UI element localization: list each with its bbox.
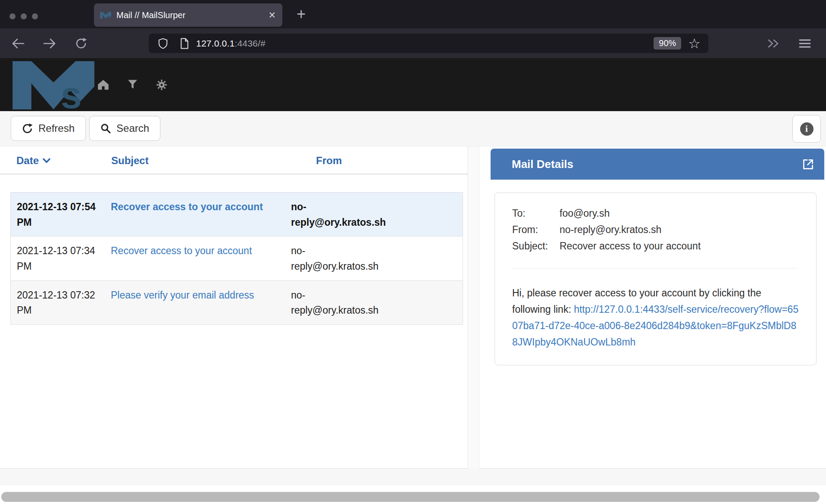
refresh-icon — [22, 123, 33, 134]
subject-link[interactable]: Recover access to your account — [111, 245, 252, 256]
card-divider — [512, 268, 799, 268]
table-row[interactable]: 2021-12-13 07:32 PM Please verify your e… — [11, 281, 463, 324]
refresh-label: Refresh — [38, 122, 75, 134]
open-external-icon[interactable] — [802, 159, 814, 170]
from-cell: no-reply@ory.kratos.sh — [285, 236, 384, 280]
back-button[interactable] — [10, 36, 26, 51]
to-label: To: — [512, 205, 560, 221]
tab-title: Mail // MailSlurper — [116, 10, 269, 20]
date-cell: 2021-12-13 07:32 PM — [11, 281, 105, 324]
new-tab-button[interactable]: + — [297, 5, 306, 23]
window-control-dot[interactable] — [21, 13, 27, 19]
window-control-dot[interactable] — [9, 13, 16, 19]
mail-list-header: Date Subject From — [0, 149, 468, 174]
subject-label: Subject: — [512, 238, 560, 254]
search-label: Search — [116, 122, 149, 134]
date-cell: 2021-12-13 07:54 PM — [11, 193, 105, 236]
mail-body: Hi, please recover access to your accoun… — [512, 285, 799, 350]
footer-band — [0, 469, 826, 485]
forward-button[interactable] — [42, 36, 57, 51]
url-host: 127.0.0.1 — [196, 38, 235, 48]
bookmark-star-button[interactable]: ☆ — [688, 37, 701, 50]
url-text[interactable]: 127.0.0.1:4436/# — [196, 38, 266, 49]
svg-text:s: s — [106, 13, 110, 19]
filter-button[interactable] — [128, 80, 137, 90]
horizontal-scrollbar[interactable] — [0, 485, 826, 504]
mail-list-body: 2021-12-13 07:54 PM Recover access to yo… — [10, 192, 463, 325]
mail-list-panel: Date Subject From 2021-12- — [0, 146, 468, 469]
window-control-dot[interactable] — [32, 13, 38, 19]
refresh-button[interactable]: Refresh — [11, 116, 86, 141]
zoom-level-badge[interactable]: 90% — [654, 37, 681, 50]
mail-details-title: Mail Details — [512, 158, 802, 171]
url-suffix: :4436/# — [235, 38, 265, 48]
subject-value: Recover access to your account — [560, 238, 799, 254]
subject-link[interactable]: Recover access to your account — [111, 201, 263, 212]
from-cell: no-reply@ory.kratos.sh — [285, 193, 384, 236]
mail-details-card: To: foo@ory.sh From: no-reply@ory.kratos… — [494, 193, 817, 365]
home-button[interactable] — [97, 79, 109, 90]
info-icon: i — [800, 122, 813, 136]
browser-tab[interactable]: s Mail // MailSlurper × — [94, 3, 282, 27]
to-value: foo@ory.sh — [560, 205, 799, 221]
date-header-label: Date — [16, 155, 39, 167]
menu-button[interactable] — [797, 36, 813, 51]
from-cell: no-reply@ory.kratos.sh — [285, 281, 384, 324]
url-bar[interactable]: 127.0.0.1:4436/# 90% ☆ — [149, 34, 708, 53]
app-toolbar: Refresh Search i — [0, 111, 826, 146]
panel-divider — [469, 146, 479, 469]
browser-tab-strip: s Mail // MailSlurper × + — [0, 0, 826, 28]
browser-navbar: 127.0.0.1:4436/# 90% ☆ — [0, 28, 826, 58]
reload-button[interactable] — [73, 36, 89, 51]
page-icon[interactable] — [180, 37, 189, 50]
screen: s Mail // MailSlurper × + — [0, 0, 826, 504]
search-icon — [100, 123, 111, 134]
window-controls[interactable] — [9, 13, 38, 19]
tab-favicon-icon: s — [100, 12, 111, 19]
from-value: no-reply@ory.kratos.sh — [560, 221, 799, 238]
from-label: From: — [512, 221, 560, 238]
info-button[interactable]: i — [792, 115, 821, 143]
settings-button[interactable] — [156, 79, 167, 90]
subject-header-label: Subject — [111, 155, 149, 167]
column-header-subject[interactable]: Subject — [105, 155, 285, 167]
column-header-from[interactable]: From — [285, 155, 385, 167]
overflow-chevrons-button[interactable] — [765, 36, 781, 51]
app-header: s — [0, 58, 826, 111]
mailslurper-logo: s — [10, 61, 97, 109]
table-row[interactable]: 2021-12-13 07:34 PM Recover access to yo… — [11, 236, 463, 280]
shield-icon[interactable] — [157, 37, 169, 50]
mail-details-panel: Mail Details To: foo@ory.sh From: no-rep… — [480, 146, 826, 469]
main-content: Date Subject From 2021-12- — [0, 146, 826, 469]
sort-desc-icon — [43, 158, 50, 163]
mail-details-header: Mail Details — [491, 149, 824, 180]
from-header-label: From — [316, 155, 342, 167]
table-row[interactable]: 2021-12-13 07:54 PM Recover access to yo… — [11, 193, 463, 236]
svg-text:s: s — [61, 74, 82, 109]
date-cell: 2021-12-13 07:34 PM — [11, 236, 105, 280]
column-header-date[interactable]: Date — [10, 155, 105, 167]
search-button[interactable]: Search — [89, 116, 160, 141]
subject-link[interactable]: Please verify your email address — [111, 289, 254, 301]
tab-close-button[interactable]: × — [269, 9, 275, 21]
scrollbar-thumb[interactable] — [1, 492, 820, 502]
